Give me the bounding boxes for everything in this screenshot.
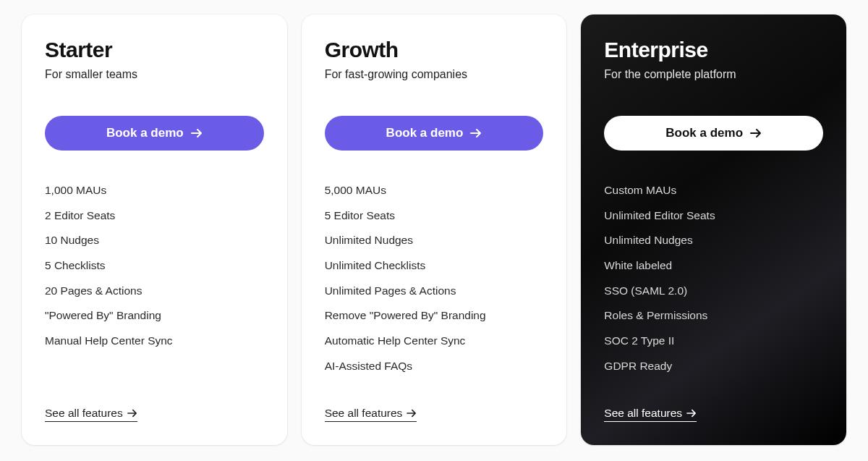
- cta-label: Book a demo: [106, 126, 184, 140]
- book-demo-button[interactable]: Book a demo: [45, 116, 264, 151]
- feature-item: Remove "Powered By" Branding: [325, 308, 544, 323]
- pricing-card-enterprise: Enterprise For the complete platform Boo…: [581, 14, 846, 445]
- see-all-features-link[interactable]: See all features: [325, 407, 417, 422]
- plan-title: Starter: [45, 38, 264, 62]
- feature-item: Automatic Help Center Sync: [325, 333, 544, 349]
- book-demo-button[interactable]: Book a demo: [604, 116, 823, 151]
- see-all-label: See all features: [45, 407, 123, 420]
- features-list: 5,000 MAUs 5 Editor Seats Unlimited Nudg…: [325, 182, 544, 389]
- feature-item: 20 Pages & Actions: [45, 283, 264, 299]
- see-all-features-link[interactable]: See all features: [604, 407, 697, 422]
- feature-item: AI-Assisted FAQs: [325, 358, 544, 374]
- feature-item: Manual Help Center Sync: [45, 333, 264, 349]
- feature-item: 5 Editor Seats: [325, 208, 544, 224]
- feature-item: 1,000 MAUs: [45, 182, 264, 198]
- feature-item: Custom MAUs: [604, 182, 823, 198]
- pricing-card-starter: Starter For smaller teams Book a demo 1,…: [22, 14, 287, 445]
- plan-title: Enterprise: [604, 38, 823, 62]
- feature-item: 5,000 MAUs: [325, 182, 544, 198]
- feature-item: GDPR Ready: [604, 358, 823, 374]
- cta-label: Book a demo: [665, 126, 743, 140]
- arrow-right-icon: [407, 409, 417, 418]
- arrow-right-icon: [750, 128, 762, 138]
- features-list: Custom MAUs Unlimited Editor Seats Unlim…: [604, 182, 823, 389]
- feature-item: Unlimited Checklists: [325, 258, 544, 274]
- feature-item: 2 Editor Seats: [45, 208, 264, 224]
- cta-label: Book a demo: [386, 126, 464, 140]
- see-all-features-link[interactable]: See all features: [45, 407, 137, 422]
- feature-item: Roles & Permissions: [604, 308, 823, 323]
- feature-item: 10 Nudges: [45, 232, 264, 248]
- plan-subtitle: For the complete platform: [604, 68, 823, 81]
- book-demo-button[interactable]: Book a demo: [325, 116, 544, 151]
- plan-subtitle: For smaller teams: [45, 68, 264, 81]
- plan-subtitle: For fast-growing companies: [325, 68, 544, 81]
- plan-title: Growth: [325, 38, 544, 62]
- feature-item: "Powered By" Branding: [45, 308, 264, 323]
- arrow-right-icon: [191, 128, 203, 138]
- features-list: 1,000 MAUs 2 Editor Seats 10 Nudges 5 Ch…: [45, 182, 264, 389]
- arrow-right-icon: [686, 409, 697, 418]
- feature-item: SSO (SAML 2.0): [604, 283, 823, 299]
- arrow-right-icon: [470, 128, 482, 138]
- feature-item: White labeled: [604, 258, 823, 274]
- pricing-card-growth: Growth For fast-growing companies Book a…: [302, 14, 567, 445]
- feature-item: Unlimited Nudges: [604, 232, 823, 248]
- arrow-right-icon: [127, 409, 137, 418]
- feature-item: 5 Checklists: [45, 258, 264, 274]
- pricing-grid: Starter For smaller teams Book a demo 1,…: [22, 14, 846, 445]
- see-all-label: See all features: [604, 407, 682, 420]
- see-all-label: See all features: [325, 407, 403, 420]
- feature-item: Unlimited Editor Seats: [604, 208, 823, 224]
- feature-item: Unlimited Nudges: [325, 232, 544, 248]
- feature-item: SOC 2 Type II: [604, 333, 823, 349]
- feature-item: Unlimited Pages & Actions: [325, 283, 544, 299]
